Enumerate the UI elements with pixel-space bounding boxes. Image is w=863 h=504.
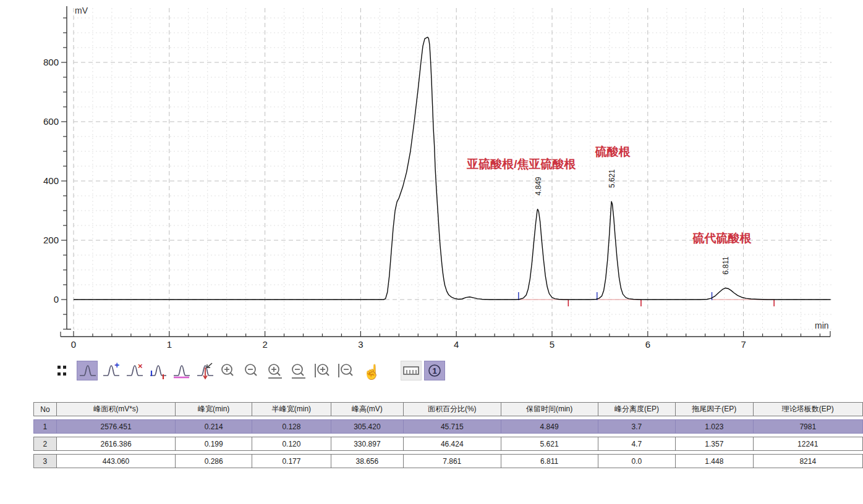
peak-table-header: No峰面积(mV*s)峰宽(min)半峰宽(min)峰高(mV)面积百分比(%)… [33,402,863,416]
column-header[interactable]: 峰高(mV) [331,402,404,416]
table-cell: 46.424 [404,437,501,451]
peak-results-table: No峰面积(mV*s)峰宽(min)半峰宽(min)峰高(mV)面积百分比(%)… [33,399,863,471]
compound-annotation: 硫酸根 [595,145,631,158]
table-cell: 0.177 [252,454,331,468]
zoom-in-icon[interactable] [218,361,239,380]
retention-time-label: 4.849 [534,177,543,195]
x-axis-unit-label: min [815,321,829,330]
table-cell: 7981 [754,419,863,434]
y-tick-label: 600 [43,116,59,127]
toolbar-spacer [382,361,401,380]
table-cell: 5.621 [501,437,598,451]
column-header[interactable]: 理论塔板数(EP) [754,402,863,416]
pan-hand-icon[interactable]: ☝ [359,361,380,380]
x-tick-label: 5 [550,339,555,350]
delete-peak-icon[interactable]: × [124,361,145,380]
table-cell: 305.420 [331,419,404,434]
table-cell: 2576.451 [57,419,176,434]
retention-time-label: 6.811 [721,256,730,274]
table-cell: 0.199 [176,437,252,451]
table-cell: 0.128 [252,419,331,434]
column-header[interactable]: 半峰宽(min) [252,402,331,416]
svg-text:×: × [138,361,143,371]
baseline-icon[interactable] [171,361,192,380]
table-cell: 8214 [754,454,863,468]
table-cell: 6.811 [501,454,598,468]
table-cell: 4.7 [598,437,676,451]
row-number-cell: 2 [33,437,57,451]
svg-text:+: + [114,361,119,370]
ruler-icon[interactable] [401,361,422,380]
zoom-in-x-icon[interactable] [312,361,333,380]
table-cell: 0.286 [176,454,252,468]
x-tick-label: 7 [741,339,746,350]
table-cell: 7.861 [404,454,501,468]
chromatogram-panel: 0200400600800mV01234567min4.8495.6216.81… [0,0,863,358]
channel-number: 1 [432,366,436,376]
y-tick-label: 0 [54,294,59,304]
table-cell: 0.214 [176,419,252,434]
row-number-cell: 3 [33,454,57,468]
row-number-cell: 1 [33,419,57,434]
column-header[interactable]: 峰宽(min) [176,402,252,416]
column-header[interactable]: 峰分离度(EP) [598,402,676,416]
fit-screen-icon[interactable] [53,361,74,380]
table-cell: 38.656 [331,454,404,468]
table-cell: 0.0 [598,454,676,468]
table-cell: 45.715 [404,419,501,434]
column-header[interactable]: 峰面积(mV*s) [57,402,176,416]
column-header[interactable]: 面积百分比(%) [404,402,501,416]
column-header[interactable]: No [33,402,57,416]
zoom-in-y-icon[interactable] [265,361,286,380]
signal-trace [74,37,831,300]
column-header[interactable]: 保留时间(min) [501,402,598,416]
y-tick-label: 400 [43,175,59,186]
compound-annotation: 硫代硫酸根 [692,232,752,245]
table-cell: 1.448 [676,454,753,468]
integrate-peak-icon[interactable] [77,361,98,380]
y-tick-label: 800 [43,57,59,67]
column-header[interactable]: 拖尾因子(EP) [676,402,753,416]
table-cell: 443.060 [57,454,176,468]
table-cell: 0.120 [252,437,331,451]
x-tick-label: 4 [454,339,459,350]
x-tick-label: 3 [358,339,363,350]
y-axis-unit-label: mV [75,6,88,15]
table-cell: 1.023 [676,419,753,434]
y-tick-label: 200 [43,235,59,245]
svg-text:☝: ☝ [363,363,378,380]
zoom-out-x-icon[interactable] [335,361,356,380]
table-cell: 4.849 [501,419,598,434]
table-row[interactable]: 3443.0600.2860.17738.6567.8616.8110.01.4… [33,454,863,468]
x-tick-label: 2 [262,339,267,350]
add-peak-icon[interactable]: + [100,361,121,380]
table-row[interactable]: 22616.3860.1990.120330.89746.4245.6214.7… [33,437,863,451]
retention-time-label: 5.621 [608,169,616,188]
table-cell: 1.357 [676,437,753,451]
compound-annotation: 亚硫酸根/焦亚硫酸根 [466,158,576,170]
chart-toolbar: +×☝1 [53,361,448,380]
split-peak-icon[interactable] [194,361,215,380]
zoom-out-y-icon[interactable] [288,361,309,380]
table-cell: 330.897 [331,437,404,451]
zoom-out-icon[interactable] [241,361,262,380]
table-row[interactable]: 12576.4510.2140.128305.42045.7154.8493.7… [33,419,863,434]
table-cell: 3.7 [598,419,676,434]
chromatography-workstation: 0200400600800mV01234567min4.8495.6216.81… [0,0,863,504]
x-tick-label: 0 [71,339,76,350]
table-cell: 12241 [754,437,863,451]
x-tick-label: 6 [645,339,650,350]
channel-1-icon[interactable]: 1 [424,361,445,380]
manual-peak-icon[interactable] [147,361,168,380]
chromatogram-plot[interactable]: 0200400600800mV01234567min4.8495.6216.81… [0,0,863,358]
table-cell: 2616.386 [57,437,176,451]
x-tick-label: 1 [167,339,172,350]
